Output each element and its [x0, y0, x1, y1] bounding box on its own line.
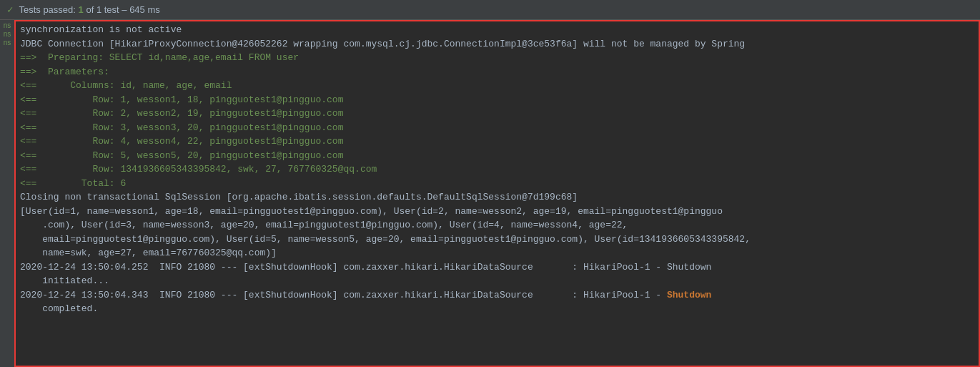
log-line-shutdown-initiated: 2020-12-24 13:50:04.252 INFO 21080 --- […: [20, 260, 974, 288]
gutter: ns ns ns: [0, 20, 14, 367]
main-content: ns ns ns synchronization is not active J…: [0, 20, 980, 367]
log-line: JDBC Connection [HikariProxyConnection@4…: [20, 37, 974, 52]
log-line-closing: Closing non transactional SqlSession [or…: [20, 190, 974, 205]
log-line-row2: <== Row: 2, wesson2, 19, pingguotest1@pi…: [20, 107, 974, 121]
log-line-row5: <== Row: 5, wesson5, 20, pingguotest1@pi…: [20, 149, 974, 163]
ns-label-1: ns: [4, 21, 11, 29]
log-line-row6: <== Row: 1341936605343395842, swk, 27, 7…: [20, 162, 974, 177]
log-line-parameters: ==> Parameters:: [20, 65, 974, 79]
top-bar-label: Tests passed: 1 of 1 test – 645 ms: [19, 4, 159, 15]
log-line-preparing: ==> Preparing: SELECT id,name,age,email …: [20, 51, 974, 65]
ns-label-3: ns: [4, 39, 11, 47]
log-line: synchronization is not active: [20, 23, 974, 37]
log-line-columns: <== Columns: id, name, age, email: [20, 79, 974, 93]
log-line-row4: <== Row: 4, wesson4, 22, pingguotest1@pi…: [20, 134, 974, 149]
ns-label-2: ns: [4, 30, 11, 38]
log-line-total: <== Total: 6: [20, 177, 974, 191]
top-bar: ✓ Tests passed: 1 of 1 test – 645 ms: [0, 0, 980, 20]
log-line-shutdown-completed: 2020-12-24 13:50:04.343 INFO 21080 --- […: [20, 288, 974, 316]
log-line-row1: <== Row: 1, wesson1, 18, pingguotest1@pi…: [20, 93, 974, 107]
log-container[interactable]: synchronization is not active JDBC Conne…: [14, 20, 980, 367]
check-icon: ✓: [7, 4, 13, 16]
log-line-userlist: [User(id=1, name=wesson1, age=18, email=…: [20, 205, 974, 260]
log-line-row3: <== Row: 3, wesson3, 20, pingguotest1@pi…: [20, 121, 974, 135]
